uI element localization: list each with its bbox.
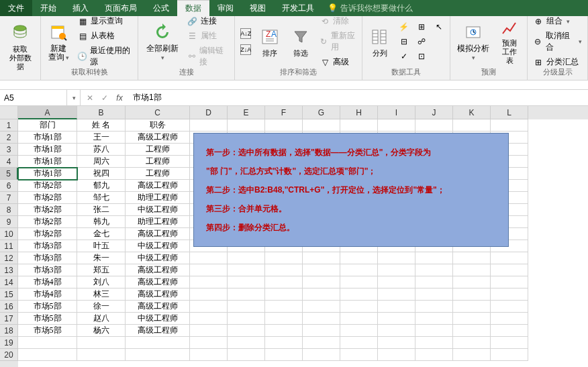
cell-K12[interactable] (453, 252, 491, 264)
cell-E13[interactable] (228, 264, 265, 276)
refresh-all-button[interactable]: 全部刷新▾ (141, 17, 183, 66)
cell-I19[interactable] (378, 337, 415, 349)
sort-button[interactable]: ZA 排序 (255, 17, 285, 66)
get-external-data-button[interactable]: 获取 外部数据 (3, 17, 38, 76)
cell-H12[interactable] (340, 252, 378, 264)
cell-C10[interactable]: 高级工程师 (126, 228, 190, 240)
col-header-E[interactable]: E (228, 106, 265, 119)
cell-G12[interactable] (303, 252, 340, 264)
row-header-1[interactable]: 1 (0, 119, 18, 132)
cell-L14[interactable] (491, 276, 528, 289)
cell-C4[interactable]: 工程师 (126, 156, 190, 168)
cell-L17[interactable] (491, 313, 528, 325)
cell-K17[interactable] (453, 313, 491, 325)
cell-A16[interactable]: 市场5部 (18, 301, 77, 313)
clear-filter-button[interactable]: ⟲清除 (317, 14, 359, 28)
col-header-L[interactable]: L (491, 106, 528, 119)
cell-C2[interactable]: 高级工程师 (126, 132, 190, 144)
cell-G18[interactable] (303, 325, 340, 337)
row-header-17[interactable]: 17 (0, 313, 18, 325)
cell-B13[interactable]: 郑五 (77, 264, 126, 276)
row-header-6[interactable]: 6 (0, 180, 18, 192)
cell-G20[interactable] (303, 349, 340, 361)
row-header-18[interactable]: 18 (0, 325, 18, 337)
cell-J18[interactable] (415, 325, 453, 337)
col-header-K[interactable]: K (453, 106, 491, 119)
cell-B19[interactable] (77, 337, 126, 349)
cell-J12[interactable] (415, 252, 453, 264)
cell-I20[interactable] (378, 349, 415, 361)
cell-H17[interactable] (340, 313, 378, 325)
row-header-20[interactable]: 20 (0, 349, 18, 361)
cell-E16[interactable] (228, 301, 265, 313)
cell-I16[interactable] (378, 301, 415, 313)
cell-H19[interactable] (340, 337, 378, 349)
cell-C9[interactable]: 助理工程师 (126, 216, 190, 228)
cell-C16[interactable]: 高级工程师 (126, 301, 190, 313)
cell-D13[interactable] (190, 264, 228, 276)
cell-I17[interactable] (378, 313, 415, 325)
cell-H16[interactable] (340, 301, 378, 313)
formula-input[interactable]: 市场1部 (129, 92, 588, 103)
cell-C15[interactable]: 高级工程师 (126, 289, 190, 301)
cell-G16[interactable] (303, 301, 340, 313)
tab-开发工具[interactable]: 开发工具 (274, 0, 322, 16)
col-header-J[interactable]: J (415, 106, 453, 119)
cell-F19[interactable] (265, 337, 303, 349)
col-header-A[interactable]: A (18, 106, 77, 119)
name-box-dropdown-icon[interactable]: ▾ (68, 90, 81, 106)
cell-K18[interactable] (453, 325, 491, 337)
select-all-corner[interactable] (0, 106, 18, 119)
cell-J15[interactable] (415, 289, 453, 301)
cell-I15[interactable] (378, 289, 415, 301)
cell-L13[interactable] (491, 264, 528, 276)
cell-H1[interactable] (340, 119, 378, 132)
cell-A13[interactable]: 市场3部 (18, 264, 77, 276)
row-header-2[interactable]: 2 (0, 132, 18, 144)
row-header-4[interactable]: 4 (0, 156, 18, 168)
cell-C20[interactable] (126, 349, 190, 361)
text-to-columns-button[interactable]: 分列 (365, 17, 395, 66)
cell-E1[interactable] (228, 119, 265, 132)
cell-E12[interactable] (228, 252, 265, 264)
cell-G13[interactable] (303, 264, 340, 276)
whatif-button[interactable]: 模拟分析▾ (453, 17, 493, 66)
cell-B20[interactable] (77, 349, 126, 361)
tab-公式[interactable]: 公式 (145, 0, 177, 16)
group-button[interactable]: ⊕组合▾ (530, 14, 585, 28)
cursor-icon-button[interactable]: ↖ (431, 20, 447, 34)
cell-C12[interactable]: 中级工程师 (126, 252, 190, 264)
cell-B18[interactable]: 杨六 (77, 325, 126, 337)
cell-D1[interactable] (190, 119, 228, 132)
filter-button[interactable]: 筛选 (286, 17, 315, 66)
cell-D15[interactable] (190, 289, 228, 301)
col-header-D[interactable]: D (190, 106, 228, 119)
cell-D18[interactable] (190, 325, 228, 337)
connections-button[interactable]: 🔗连接 (185, 14, 232, 28)
cell-J17[interactable] (415, 313, 453, 325)
cell-D19[interactable] (190, 337, 228, 349)
cell-F12[interactable] (265, 252, 303, 264)
cell-A8[interactable]: 市场2部 (18, 204, 77, 216)
col-header-H[interactable]: H (340, 106, 378, 119)
cell-D12[interactable] (190, 252, 228, 264)
cell-B6[interactable]: 郁九 (77, 180, 126, 192)
cell-C13[interactable]: 高级工程师 (126, 264, 190, 276)
cell-H14[interactable] (340, 276, 378, 289)
cell-L15[interactable] (491, 289, 528, 301)
manage-model-button[interactable]: ⊡ (413, 50, 430, 63)
col-header-F[interactable]: F (265, 106, 303, 119)
cell-F16[interactable] (265, 301, 303, 313)
show-queries-button[interactable]: ▦显示查询 (75, 14, 135, 28)
cell-C18[interactable]: 高级工程师 (126, 325, 190, 337)
cell-K20[interactable] (453, 349, 491, 361)
cell-F17[interactable] (265, 313, 303, 325)
row-header-15[interactable]: 15 (0, 289, 18, 301)
row-header-8[interactable]: 8 (0, 204, 18, 216)
cell-B17[interactable]: 赵八 (77, 313, 126, 325)
cell-L20[interactable] (491, 349, 528, 361)
cell-C19[interactable] (126, 337, 190, 349)
cell-D20[interactable] (190, 349, 228, 361)
data-validation-button[interactable]: ✓ (396, 50, 412, 63)
relationships-button[interactable]: ☍ (413, 35, 430, 48)
